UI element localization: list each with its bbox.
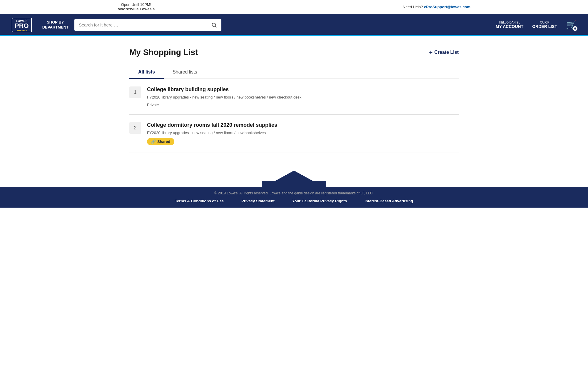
shop-by-label: SHOP BY — [42, 20, 69, 25]
search-bar — [74, 19, 221, 31]
footer: © 2019 Lowe's. All rights reserved. Lowe… — [0, 187, 588, 208]
link-icon: 🔗 — [151, 139, 156, 144]
item-desc-2: FY2020 library upgrades - new seating / … — [147, 130, 459, 136]
footer-link-advertising[interactable]: Interest-Based Advertising — [365, 199, 413, 203]
need-help-section: Need Help? eProSupport@lowes.com — [403, 5, 470, 9]
top-bar: Open Until 10PM! Mooresville Lowes's Nee… — [0, 0, 588, 14]
shared-badge[interactable]: 🔗 Shared — [147, 138, 174, 145]
item-content-2: College dormitory rooms fall 2020 remode… — [147, 122, 459, 146]
page-header: My Shopping List + Create List — [129, 48, 459, 57]
item-status-1: Private — [147, 103, 459, 107]
cart-area[interactable]: 🛒 0 — [566, 20, 576, 30]
gable-decoration — [0, 171, 588, 187]
nav-right: HELLO DANIEL MY ACCOUNT QUICK ORDER LIST… — [496, 20, 576, 30]
plus-icon: + — [429, 49, 433, 56]
shop-by-department[interactable]: SHOP BY DEPARTMENT — [42, 20, 69, 30]
cart-badge: 0 — [573, 26, 577, 31]
list-items: 1 College library building supplies FY20… — [129, 79, 459, 153]
need-help-label: Need Help? — [403, 5, 423, 9]
list-item: 2 College dormitory rooms fall 2020 remo… — [129, 115, 459, 153]
create-list-label: Create List — [434, 50, 459, 55]
quick-order-nav[interactable]: QUICK ORDER LIST — [532, 21, 557, 29]
item-content-1: College library building supplies FY2020… — [147, 86, 459, 107]
account-label: MY ACCOUNT — [496, 24, 523, 29]
tabs: All lists Shared lists — [129, 66, 459, 79]
tab-shared-lists[interactable]: Shared lists — [164, 66, 206, 79]
search-input[interactable] — [74, 19, 207, 30]
footer-link-terms[interactable]: Terms & Conditions of Use — [175, 199, 224, 203]
nav-bar: LOWE'S PRO SHOP BY DEPARTMENT HELLO DANI… — [0, 14, 588, 36]
footer-links: Terms & Conditions of Use Privacy Statem… — [12, 199, 576, 203]
shared-badge-label: Shared — [157, 139, 170, 144]
item-title-1[interactable]: College library building supplies — [147, 86, 459, 93]
svg-rect-3 — [262, 181, 276, 187]
logo-area[interactable]: LOWE'S PRO — [12, 18, 34, 32]
my-account-nav[interactable]: HELLO DANIEL MY ACCOUNT — [496, 21, 523, 29]
svg-rect-4 — [312, 181, 326, 187]
footer-link-california[interactable]: Your California Privacy Rights — [292, 199, 347, 203]
account-hello-label: HELLO DANIEL — [496, 21, 523, 24]
search-icon — [211, 22, 217, 28]
order-list-label: ORDER LIST — [532, 24, 557, 29]
create-list-button[interactable]: + Create List — [429, 49, 459, 56]
svg-point-0 — [212, 23, 216, 26]
open-hours: Open Until 10PM! — [118, 2, 155, 7]
tab-all-lists[interactable]: All lists — [129, 66, 164, 79]
gable-svg — [262, 171, 326, 187]
search-button[interactable] — [207, 19, 221, 31]
item-number-2: 2 — [129, 122, 141, 134]
footer-link-privacy[interactable]: Privacy Statement — [241, 199, 275, 203]
logo-box: LOWE'S PRO — [12, 18, 32, 32]
support-email-link[interactable]: eProSupport@lowes.com — [424, 5, 470, 9]
page-title: My Shopping List — [129, 48, 198, 57]
logo-pro-text: PRO — [15, 23, 29, 29]
svg-line-1 — [215, 26, 217, 27]
main-content: My Shopping List + Create List All lists… — [118, 36, 470, 171]
list-item: 1 College library building supplies FY20… — [129, 79, 459, 115]
logo-dash — [17, 30, 27, 31]
department-label: DEPARTMENT — [42, 25, 69, 30]
item-title-2[interactable]: College dormitory rooms fall 2020 remode… — [147, 122, 459, 128]
quick-order-label: QUICK — [532, 21, 557, 24]
item-number-1: 1 — [129, 86, 141, 98]
footer-copyright: © 2019 Lowe's. All rights reserved. Lowe… — [12, 191, 576, 195]
item-desc-1: FY2020 library upgrades - new seating / … — [147, 94, 459, 100]
store-name: Mooresville Lowes's — [118, 7, 155, 11]
